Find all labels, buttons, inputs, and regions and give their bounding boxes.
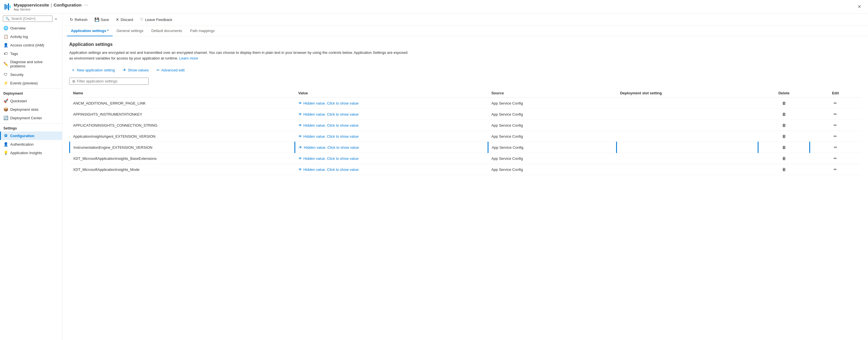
feedback-button[interactable]: ♡ Leave Feedback (137, 16, 175, 23)
tab-general-settings[interactable]: General settings (113, 26, 148, 36)
sidebar-item-label: Deployment slots (10, 107, 38, 112)
feedback-icon: ♡ (140, 17, 144, 22)
cell-edit[interactable]: ✏ (810, 153, 861, 164)
edit-button[interactable]: ✏ (832, 111, 839, 117)
collapse-button[interactable]: « (53, 15, 59, 22)
cell-delete[interactable]: 🗑 (758, 98, 810, 109)
eye-icon: 👁 (299, 167, 302, 172)
content-area: ↻ Refresh 💾 Save ✕ Discard ♡ Leave Feedb… (62, 13, 868, 340)
sidebar-item-activity-log[interactable]: 📋 Activity log (0, 32, 62, 41)
cell-delete[interactable]: 🗑 (758, 164, 810, 175)
eye-icon: 👁 (299, 112, 302, 116)
cell-value[interactable]: 👁 Hidden value. Click to show value (295, 98, 488, 109)
show-values-button[interactable]: 👁 Show values (121, 67, 151, 73)
sidebar-item-label: Access control (IAM) (10, 43, 44, 47)
access-control-icon: 👤 (3, 43, 8, 47)
eye-icon: 👁 (299, 134, 302, 139)
sidebar-item-access-control[interactable]: 👤 Access control (IAM) (0, 41, 62, 49)
tab-path-mappings[interactable]: Path mappings (186, 26, 219, 36)
discard-icon: ✕ (116, 17, 119, 22)
events-icon: ⚡ (3, 81, 8, 85)
learn-more-link[interactable]: Learn more (179, 56, 198, 60)
sidebar-item-label: Security (10, 72, 24, 77)
title-ellipsis[interactable]: ··· (84, 3, 88, 8)
cell-delete[interactable]: 🗑 (758, 109, 810, 120)
delete-button[interactable]: 🗑 (780, 166, 788, 173)
page-description: Application settings are encrypted at re… (69, 50, 410, 61)
save-icon: 💾 (94, 17, 99, 22)
sidebar-item-diagnose[interactable]: ✏️ Diagnose and solve problems (0, 58, 62, 70)
sidebar-item-label: Tags (10, 52, 18, 56)
cell-value[interactable]: 👁 Hidden value. Click to show value (295, 153, 488, 164)
cell-edit[interactable]: ✏ (810, 164, 861, 175)
cell-edit[interactable]: ✏ (810, 98, 861, 109)
search-icon: 🔍 (5, 17, 10, 21)
refresh-button[interactable]: ↻ Refresh (67, 16, 91, 23)
save-button[interactable]: 💾 Save (92, 16, 112, 23)
cell-value[interactable]: 👁 Hidden value. Click to show value (295, 109, 488, 120)
security-icon: 🛡 (3, 72, 8, 77)
sidebar-item-quickstart[interactable]: 🚀 Quickstart (0, 97, 62, 105)
delete-button[interactable]: 🗑 (780, 122, 788, 128)
sidebar-item-label: Diagnose and solve problems (10, 60, 59, 68)
cell-delete[interactable]: 🗑 (758, 153, 810, 164)
tab-default-documents[interactable]: Default documents (148, 26, 186, 36)
pencil-icon: ✏ (157, 68, 160, 72)
cell-delete[interactable]: 🗑 (758, 131, 810, 142)
sidebar-item-configuration[interactable]: ⚙ Configuration (0, 132, 62, 140)
app-name: Myappservicesite (13, 3, 49, 7)
advanced-edit-button[interactable]: ✏ Advanced edit (155, 67, 186, 73)
page-title: Application settings (69, 42, 861, 47)
edit-button[interactable]: ✏ (832, 100, 839, 106)
discard-button[interactable]: ✕ Discard (113, 16, 136, 23)
tab-application-settings[interactable]: Application settings * (67, 26, 113, 36)
sidebar-item-label: Application Insights (10, 151, 42, 155)
cell-edit[interactable]: ✏ (810, 142, 861, 153)
cell-edit[interactable]: ✏ (810, 131, 861, 142)
edit-button[interactable]: ✏ (832, 144, 839, 150)
sidebar-item-deployment-slots[interactable]: 📦 Deployment slots (0, 105, 62, 114)
close-button[interactable]: ✕ (855, 3, 864, 10)
cell-deployment-slot (617, 142, 758, 153)
quickstart-icon: 🚀 (3, 99, 8, 103)
edit-button[interactable]: ✏ (832, 166, 839, 173)
sidebar-item-events[interactable]: ⚡ Events (preview) (0, 79, 62, 87)
delete-button[interactable]: 🗑 (780, 133, 788, 139)
new-setting-button[interactable]: ＋ New application setting (69, 66, 117, 74)
edit-button[interactable]: ✏ (832, 133, 839, 139)
deployment-section-title: Deployment (0, 89, 62, 97)
deployment-slots-icon: 📦 (3, 107, 8, 112)
sidebar-item-overview[interactable]: 🌐 Overview (0, 24, 62, 32)
table-row: InstrumentationEngine_EXTENSION_VERSION👁… (70, 142, 862, 153)
sidebar-item-deployment-center[interactable]: 🔄 Deployment Center (0, 114, 62, 122)
app-logo (4, 3, 11, 10)
cell-value[interactable]: 👁 Hidden value. Click to show value (295, 131, 488, 142)
edit-button[interactable]: ✏ (832, 155, 839, 162)
cell-edit[interactable]: ✏ (810, 109, 861, 120)
search-input[interactable] (11, 17, 50, 21)
header-name: Name (70, 89, 295, 98)
delete-button[interactable]: 🗑 (780, 155, 788, 162)
header-source: Source (488, 89, 617, 98)
edit-button[interactable]: ✏ (832, 122, 839, 128)
sidebar-item-security[interactable]: 🛡 Security (0, 70, 62, 79)
cell-deployment-slot (617, 153, 758, 164)
cell-value[interactable]: 👁 Hidden value. Click to show value (295, 164, 488, 175)
cell-name: ApplicationInsightsAgent_EXTENSION_VERSI… (70, 131, 295, 142)
cell-edit[interactable]: ✏ (810, 120, 861, 131)
sidebar-item-authentication[interactable]: 👤 Authentication (0, 140, 62, 148)
delete-button[interactable]: 🗑 (780, 100, 788, 106)
cell-delete[interactable]: 🗑 (758, 120, 810, 131)
cell-value[interactable]: 👁 Hidden value. Click to show value (295, 120, 488, 131)
sidebar-item-tags[interactable]: 🏷 Tags (0, 49, 62, 58)
cell-delete[interactable]: 🗑 (758, 142, 810, 153)
delete-button[interactable]: 🗑 (780, 111, 788, 117)
sidebar-item-application-insights[interactable]: 💡 Application Insights (0, 148, 62, 157)
action-row: ＋ New application setting 👁 Show values … (69, 66, 861, 74)
delete-button[interactable]: 🗑 (780, 144, 788, 150)
filter-wrap: ⊞ (69, 78, 149, 85)
cell-value[interactable]: 👁 Hidden value. Click to show value (295, 142, 488, 153)
filter-input[interactable] (77, 79, 146, 83)
tags-icon: 🏷 (3, 51, 8, 56)
overview-icon: 🌐 (3, 26, 8, 30)
